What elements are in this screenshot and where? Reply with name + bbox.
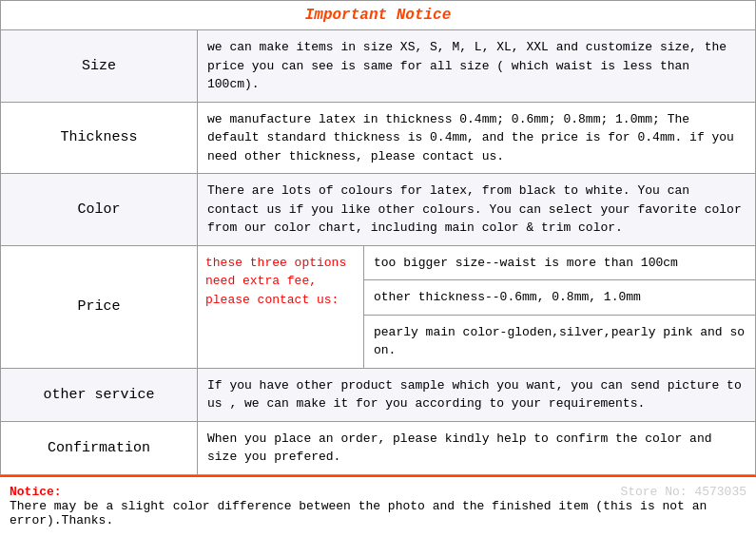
notice-label: Notice:: [10, 485, 62, 499]
price-note: these three options need extra fee, plea…: [198, 246, 364, 368]
price-option-2: other thickness--0.6mm, 0.8mm, 1.0mm: [364, 280, 755, 316]
price-options: too bigger size--waist is more than 100c…: [364, 246, 755, 368]
color-label: Color: [1, 174, 198, 246]
price-option-1: too bigger size--waist is more than 100c…: [364, 246, 755, 281]
page-title: Important Notice: [305, 7, 452, 24]
store-number: Store No: 4573035: [620, 485, 746, 499]
thickness-label: Thickness: [1, 102, 198, 174]
page-wrapper: Important Notice Size we can make items …: [0, 0, 756, 535]
size-label: Size: [1, 30, 198, 103]
notice-body: There may be a slight color difference b…: [10, 499, 707, 527]
color-content: There are lots of colours for latex, fro…: [198, 174, 756, 246]
size-content: we can make items in size XS, S, M, L, X…: [198, 30, 756, 103]
color-row: Color There are lots of colours for late…: [1, 174, 756, 246]
price-inner: these three options need extra fee, plea…: [198, 246, 755, 368]
notice-section: Notice: Store No: 4573035 There may be a…: [0, 475, 756, 535]
confirmation-row: Confirmation When you place an order, pl…: [1, 421, 756, 474]
confirmation-label: Confirmation: [1, 421, 198, 474]
thickness-content: we manufacture latex in thickness 0.4mm;…: [198, 102, 756, 174]
price-note-text: these three options need extra fee, plea…: [205, 256, 346, 307]
confirmation-content: When you place an order, please kindly h…: [198, 421, 756, 474]
title-row: Important Notice: [1, 1, 756, 30]
main-table: Important Notice Size we can make items …: [0, 0, 756, 475]
price-cell: these three options need extra fee, plea…: [198, 245, 756, 368]
price-label: Price: [1, 245, 198, 368]
other-service-label: other service: [1, 368, 198, 421]
price-row: Price these three options need extra fee…: [1, 245, 756, 368]
other-service-content: If you have other product sample which y…: [198, 368, 756, 421]
price-option-3: pearly main color-gloden,silver,pearly p…: [364, 316, 755, 368]
thickness-row: Thickness we manufacture latex in thickn…: [1, 102, 756, 174]
other-service-row: other service If you have other product …: [1, 368, 756, 421]
size-row: Size we can make items in size XS, S, M,…: [1, 30, 756, 103]
